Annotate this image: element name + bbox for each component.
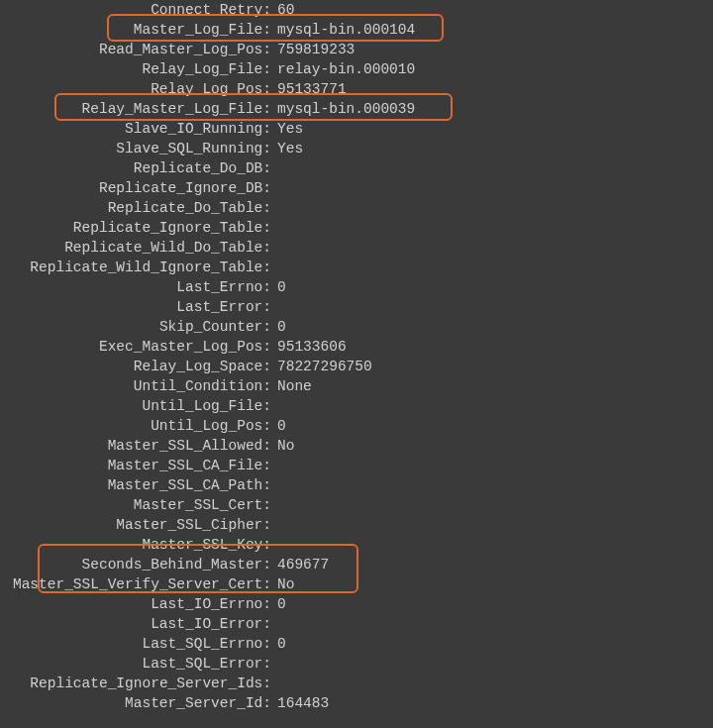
status-label: Replicate_Do_DB:: [0, 158, 271, 178]
status-label: Replicate_Wild_Ignore_Table:: [0, 258, 271, 277]
status-row: Master_Server_Id:164483: [0, 693, 713, 713]
status-row: Replicate_Wild_Ignore_Table:: [0, 258, 713, 277]
status-row: Last_Errno:0: [0, 277, 713, 297]
status-label: Slave_SQL_Running:: [0, 139, 271, 158]
status-label: Until_Log_File:: [0, 396, 271, 416]
status-row: Master_SSL_Key:: [0, 535, 713, 555]
status-row: Slave_IO_Running:Yes: [0, 119, 713, 139]
status-label: Exec_Master_Log_Pos:: [0, 337, 271, 357]
status-value: 95133606: [271, 337, 347, 357]
status-label: Last_SQL_Errno:: [0, 634, 271, 654]
status-row: Slave_SQL_Running:Yes: [0, 139, 713, 158]
status-row: Relay_Master_Log_File:mysql-bin.000039: [0, 99, 713, 119]
status-label: Last_SQL_Error:: [0, 654, 271, 674]
status-label: Master_SSL_Allowed:: [0, 436, 271, 456]
status-label: Last_Errno:: [0, 277, 271, 297]
status-row: Relay_Log_Space:78227296750: [0, 357, 713, 376]
status-value: 0: [271, 317, 286, 337]
status-row: Until_Log_Pos:0: [0, 416, 713, 436]
status-label: Replicate_Ignore_DB:: [0, 178, 271, 198]
status-label: Relay_Master_Log_File:: [0, 99, 271, 119]
status-label: Master_SSL_Cert:: [0, 495, 271, 515]
status-row: Master_SSL_CA_Path:: [0, 475, 713, 495]
status-row: Last_SQL_Errno:0: [0, 634, 713, 654]
status-value: 0: [271, 634, 286, 654]
status-row: Skip_Counter:0: [0, 317, 713, 337]
status-label: Replicate_Wild_Do_Table:: [0, 238, 271, 258]
status-label: Replicate_Ignore_Table:: [0, 218, 271, 238]
status-label: Skip_Counter:: [0, 317, 271, 337]
terminal-output: Connect_Retry:60Master_Log_File:mysql-bi…: [0, 0, 713, 713]
status-label: Relay_Log_Pos:: [0, 79, 271, 99]
status-value: No: [271, 436, 294, 456]
status-row: Replicate_Do_DB:: [0, 158, 713, 178]
status-label: Replicate_Do_Table:: [0, 198, 271, 218]
status-label: Relay_Log_File:: [0, 59, 271, 79]
status-row: Master_SSL_Allowed:No: [0, 436, 713, 456]
status-row: Master_SSL_Cert:: [0, 495, 713, 515]
status-label: Seconds_Behind_Master:: [0, 555, 271, 574]
status-label: Master_Log_File:: [0, 20, 271, 40]
status-label: Last_IO_Errno:: [0, 594, 271, 614]
status-row: Last_Error:: [0, 297, 713, 317]
status-row: Last_SQL_Error:: [0, 654, 713, 674]
status-row: Master_SSL_CA_File:: [0, 456, 713, 475]
status-value: Yes: [271, 119, 303, 139]
status-row: Master_Log_File:mysql-bin.000104: [0, 20, 713, 40]
status-value: Yes: [271, 139, 303, 158]
status-value: relay-bin.000010: [271, 59, 415, 79]
status-label: Last_IO_Error:: [0, 614, 271, 634]
status-value: mysql-bin.000039: [271, 99, 415, 119]
status-row: Until_Log_File:: [0, 396, 713, 416]
status-value: mysql-bin.000104: [271, 20, 415, 40]
status-label: Master_SSL_Key:: [0, 535, 271, 555]
status-row: Last_IO_Error:: [0, 614, 713, 634]
status-label: Master_SSL_Verify_Server_Cert:: [0, 574, 271, 594]
status-row: Replicate_Wild_Do_Table:: [0, 238, 713, 258]
status-label: Connect_Retry:: [0, 0, 271, 20]
status-row: Master_SSL_Verify_Server_Cert:No: [0, 574, 713, 594]
status-value: 60: [271, 0, 294, 20]
status-label: Master_Server_Id:: [0, 693, 271, 713]
status-row: Replicate_Ignore_DB:: [0, 178, 713, 198]
status-label: Until_Log_Pos:: [0, 416, 271, 436]
status-row: Master_SSL_Cipher:: [0, 515, 713, 535]
status-label: Relay_Log_Space:: [0, 357, 271, 376]
status-label: Replicate_Ignore_Server_Ids:: [0, 674, 271, 693]
status-value: 0: [271, 416, 286, 436]
status-value: 95133771: [271, 79, 347, 99]
status-value: 164483: [271, 693, 329, 713]
status-row: Replicate_Ignore_Server_Ids:: [0, 674, 713, 693]
status-row: Relay_Log_File:relay-bin.000010: [0, 59, 713, 79]
status-row: Seconds_Behind_Master:469677: [0, 555, 713, 574]
status-row: Connect_Retry:60: [0, 0, 713, 20]
status-label: Master_SSL_CA_Path:: [0, 475, 271, 495]
status-row: Replicate_Do_Table:: [0, 198, 713, 218]
status-label: Slave_IO_Running:: [0, 119, 271, 139]
status-row: Relay_Log_Pos:95133771: [0, 79, 713, 99]
status-label: Read_Master_Log_Pos:: [0, 40, 271, 59]
status-value: 759819233: [271, 40, 355, 59]
status-row: Replicate_Ignore_Table:: [0, 218, 713, 238]
status-label: Master_SSL_CA_File:: [0, 456, 271, 475]
status-row: Exec_Master_Log_Pos:95133606: [0, 337, 713, 357]
status-value: None: [271, 376, 312, 396]
status-label: Last_Error:: [0, 297, 271, 317]
status-label: Until_Condition:: [0, 376, 271, 396]
status-value: 0: [271, 594, 286, 614]
status-value: No: [271, 574, 294, 594]
status-value: 0: [271, 277, 286, 297]
status-value: 469677: [271, 555, 329, 574]
status-row: Read_Master_Log_Pos:759819233: [0, 40, 713, 59]
status-row: Last_IO_Errno:0: [0, 594, 713, 614]
status-label: Master_SSL_Cipher:: [0, 515, 271, 535]
status-value: 78227296750: [271, 357, 372, 376]
status-row: Until_Condition:None: [0, 376, 713, 396]
